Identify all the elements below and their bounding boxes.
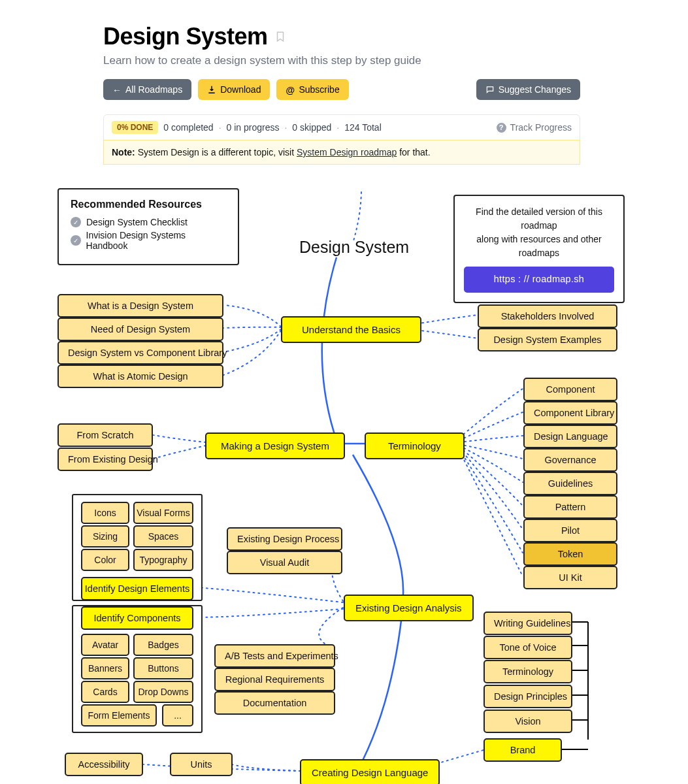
node-writing-guidelines[interactable]: Writing Guidelines (483, 612, 572, 635)
check-icon: ✓ (71, 235, 81, 246)
node-elem-sizing[interactable]: Sizing (81, 525, 129, 547)
node-comp-buttons[interactable]: Buttons (133, 657, 193, 679)
node-term-pattern[interactable]: Pattern (523, 495, 617, 519)
total-count: 124 Total (344, 122, 382, 133)
resource-item[interactable]: ✓ Design System Checklist (71, 217, 226, 227)
node-term-guidelines[interactable]: Guidelines (523, 472, 617, 495)
node-vision[interactable]: Vision (483, 710, 572, 733)
cta-line1: Find the detailed version of this roadma… (464, 205, 614, 233)
node-comp-cards[interactable]: Cards (81, 681, 129, 703)
node-ds-examples[interactable]: Design System Examples (478, 328, 617, 351)
subscribe-button[interactable]: @ Subscribe (276, 79, 348, 100)
node-elem-color[interactable]: Color (81, 549, 129, 571)
node-ds-vs-component-library[interactable]: Design System vs Component Library (57, 341, 223, 365)
note-text-before: System Design is a different topic, visi… (135, 147, 297, 157)
track-progress-button[interactable]: ? Track Progress (497, 122, 572, 133)
node-regional-req[interactable]: Regional Requirements (214, 668, 335, 691)
node-elem-icons[interactable]: Icons (81, 502, 129, 524)
node-accessibility[interactable]: Accessibility (65, 753, 143, 776)
node-from-scratch[interactable]: From Scratch (57, 423, 153, 447)
node-elem-visual-forms[interactable]: Visual Forms (133, 502, 193, 524)
node-term-ui-kit[interactable]: UI Kit (523, 566, 617, 589)
node-term-component-library[interactable]: Component Library (523, 401, 617, 425)
resource-label: Design System Checklist (86, 217, 188, 227)
resources-title: Recommended Resources (71, 199, 226, 210)
suggest-changes-button[interactable]: Suggest Changes (476, 79, 580, 100)
node-term-pilot[interactable]: Pilot (523, 519, 617, 542)
node-what-is-design-system[interactable]: What is a Design System (57, 294, 223, 318)
node-identify-design-elements[interactable]: Identify Design Elements (81, 577, 193, 600)
node-atomic-design[interactable]: What is Atomic Design (57, 365, 223, 388)
node-term-component[interactable]: Component (523, 378, 617, 401)
node-stakeholders[interactable]: Stakeholders Involved (478, 304, 617, 328)
suggest-changes-label: Suggest Changes (499, 84, 571, 95)
cta-line2: along with resources and other roadmaps (464, 233, 614, 260)
system-design-link[interactable]: System Design roadmap (297, 147, 397, 157)
node-comp-dropdowns[interactable]: Drop Downs (133, 681, 193, 703)
download-icon (207, 85, 216, 94)
root-title: Design System (299, 238, 409, 257)
node-brand[interactable]: Brand (483, 738, 562, 762)
node-need-of-design-system[interactable]: Need of Design System (57, 318, 223, 341)
node-identify-components[interactable]: Identify Components (81, 606, 193, 630)
in-progress-count: 0 in progress (227, 122, 280, 133)
completed-count: 0 completed (163, 122, 213, 133)
subscribe-label: Subscribe (299, 84, 339, 95)
resource-label: Invision Design Systems Handbook (86, 230, 226, 251)
node-elem-typography[interactable]: Typography (133, 549, 193, 571)
chat-icon (485, 85, 495, 94)
node-comp-banners[interactable]: Banners (81, 657, 129, 679)
page-title: Design System (103, 23, 268, 50)
node-visual-audit[interactable]: Visual Audit (227, 551, 342, 574)
check-icon: ✓ (71, 217, 81, 227)
roadmap-url-button[interactable]: https : // roadmap.sh (464, 267, 614, 293)
node-comp-badges[interactable]: Badges (133, 634, 193, 656)
at-icon: @ (286, 85, 295, 94)
node-tone-of-voice[interactable]: Tone of Voice (483, 636, 572, 659)
progress-bar: 0% DONE 0 completed · 0 in progress · 0 … (103, 114, 580, 140)
all-roadmaps-button[interactable]: ← All Roadmaps (103, 79, 191, 100)
note-prefix: Note: (112, 147, 135, 157)
node-lang-terminology[interactable]: Terminology (483, 660, 572, 683)
node-units[interactable]: Units (170, 753, 233, 776)
node-design-principles[interactable]: Design Principles (483, 685, 572, 708)
node-ab-tests[interactable]: A/B Tests and Experiments (214, 644, 335, 668)
track-progress-label: Track Progress (510, 122, 572, 133)
page-subtitle: Learn how to create a design system with… (103, 54, 580, 67)
node-elem-spaces[interactable]: Spaces (133, 525, 193, 547)
download-button[interactable]: Download (198, 79, 270, 100)
cta-panel: Find the detailed version of this roadma… (453, 195, 625, 303)
node-comp-more[interactable]: ... (162, 704, 193, 727)
node-creating-design-language[interactable]: Creating Design Language (300, 759, 440, 784)
node-existing-process[interactable]: Existing Design Process (227, 527, 342, 551)
node-term-token[interactable]: Token (523, 542, 617, 566)
node-existing-design-analysis[interactable]: Existing Design Analysis (344, 595, 474, 621)
node-comp-avatar[interactable]: Avatar (81, 634, 129, 656)
node-making-design-system[interactable]: Making a Design System (205, 433, 345, 459)
note-banner: Note: System Design is a different topic… (103, 140, 580, 165)
node-comp-form-elements[interactable]: Form Elements (81, 704, 157, 727)
recommended-resources-panel: Recommended Resources ✓ Design System Ch… (57, 188, 239, 265)
skipped-count: 0 skipped (292, 122, 331, 133)
node-understand-basics[interactable]: Understand the Basics (281, 316, 421, 343)
node-term-design-language[interactable]: Design Language (523, 425, 617, 448)
bookmark-icon[interactable] (274, 29, 286, 44)
all-roadmaps-label: All Roadmaps (125, 84, 182, 95)
note-text-after: for that. (397, 147, 430, 157)
arrow-left-icon: ← (112, 85, 122, 94)
done-badge: 0% DONE (112, 121, 158, 134)
node-term-governance[interactable]: Governance (523, 448, 617, 472)
node-from-existing[interactable]: From Existing Design (57, 448, 153, 471)
help-icon: ? (497, 123, 506, 133)
resource-item[interactable]: ✓ Invision Design Systems Handbook (71, 230, 226, 251)
download-label: Download (220, 84, 261, 95)
node-documentation[interactable]: Documentation (214, 691, 335, 715)
node-terminology[interactable]: Terminology (365, 433, 465, 459)
